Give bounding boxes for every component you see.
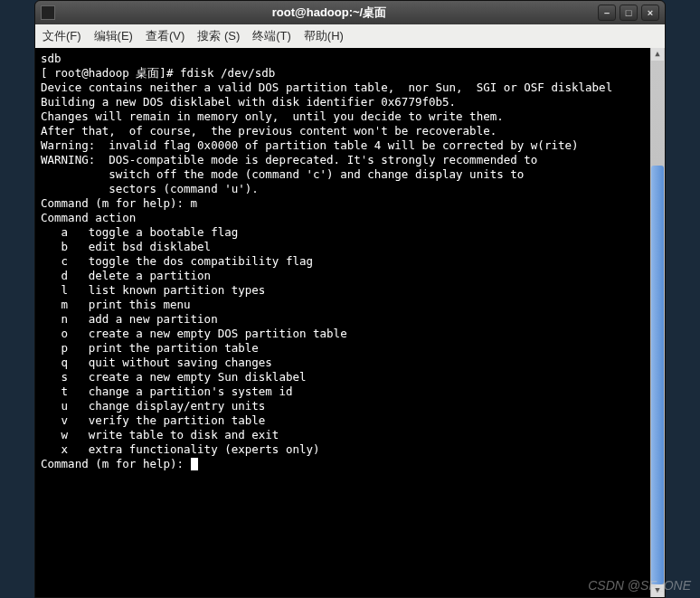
terminal-line: s create a new empty Sun disklabel	[41, 370, 645, 384]
terminal-line: a toggle a bootable flag	[41, 225, 645, 240]
titlebar[interactable]: root@hadoop:~/桌面 – □ ×	[35, 1, 665, 24]
menu-edit[interactable]: 编辑(E)	[94, 28, 133, 44]
minimize-button[interactable]: –	[598, 5, 616, 21]
terminal-line: Building a new DOS disklabel with disk i…	[41, 95, 645, 109]
menu-view[interactable]: 查看(V)	[146, 28, 184, 44]
terminal-line: v verify the partition table	[41, 413, 645, 428]
terminal-line: c toggle the dos compatibility flag	[41, 254, 645, 269]
terminal-line: p print the partition table	[41, 341, 645, 356]
terminal-output[interactable]: sdb[ root@hadoop 桌面]# fdisk /dev/sdbDevi…	[35, 48, 650, 597]
terminal-line: l list known partition types	[41, 283, 645, 298]
terminal-line: Command (m for help):	[41, 457, 645, 471]
terminal-line: d delete a partition	[41, 269, 645, 283]
maximize-button[interactable]: □	[620, 5, 638, 21]
window-title: root@hadoop:~/桌面	[61, 5, 598, 21]
scroll-up-icon[interactable]: ▲	[651, 48, 664, 61]
terminal-line: o create a new empty DOS partition table	[41, 327, 645, 341]
terminal-line: switch off the mode (command 'c') and ch…	[41, 167, 645, 182]
terminal-line: m print this menu	[41, 298, 645, 312]
terminal-line: q quit without saving changes	[41, 356, 645, 370]
terminal-window: root@hadoop:~/桌面 – □ × 文件(F) 编辑(E) 查看(V)…	[34, 0, 666, 598]
window-controls: – □ ×	[598, 5, 659, 21]
terminal-line: sectors (command 'u').	[41, 182, 645, 196]
menu-search[interactable]: 搜索 (S)	[197, 28, 240, 44]
terminal-line: WARNING: DOS-compatible mode is deprecat…	[41, 153, 645, 167]
terminal-line: Command (m for help): m	[41, 196, 645, 211]
terminal-line: After that, of course, the previous cont…	[41, 124, 645, 138]
terminal-line: t change a partition's system id	[41, 384, 645, 399]
terminal-line: Device contains neither a valid DOS part…	[41, 81, 645, 95]
terminal-line: Command action	[41, 211, 645, 225]
menu-file[interactable]: 文件(F)	[43, 28, 81, 44]
terminal-area: sdb[ root@hadoop 桌面]# fdisk /dev/sdbDevi…	[35, 48, 665, 597]
terminal-line: x extra functionality (experts only)	[41, 442, 645, 457]
scrollbar[interactable]: ▲ ▼	[650, 48, 665, 597]
terminal-line: b edit bsd disklabel	[41, 240, 645, 254]
menu-help[interactable]: 帮助(H)	[304, 28, 344, 44]
terminal-line: w write table to disk and exit	[41, 428, 645, 442]
scrollbar-thumb[interactable]	[651, 166, 664, 584]
menu-terminal[interactable]: 终端(T)	[252, 28, 291, 44]
watermark: CSDN @SF_ONE	[588, 578, 691, 593]
close-button[interactable]: ×	[641, 5, 659, 21]
terminal-line: u change display/entry units	[41, 399, 645, 413]
terminal-line: [ root@hadoop 桌面]# fdisk /dev/sdb	[41, 66, 645, 81]
terminal-line: Changes will remain in memory only, unti…	[41, 109, 645, 124]
cursor-icon	[191, 458, 198, 470]
terminal-line: n add a new partition	[41, 312, 645, 327]
terminal-line: sdb	[41, 52, 645, 66]
terminal-line: Warning: invalid flag 0x0000 of partitio…	[41, 138, 645, 153]
menubar: 文件(F) 编辑(E) 查看(V) 搜索 (S) 终端(T) 帮助(H)	[35, 24, 665, 48]
app-icon	[41, 5, 55, 20]
